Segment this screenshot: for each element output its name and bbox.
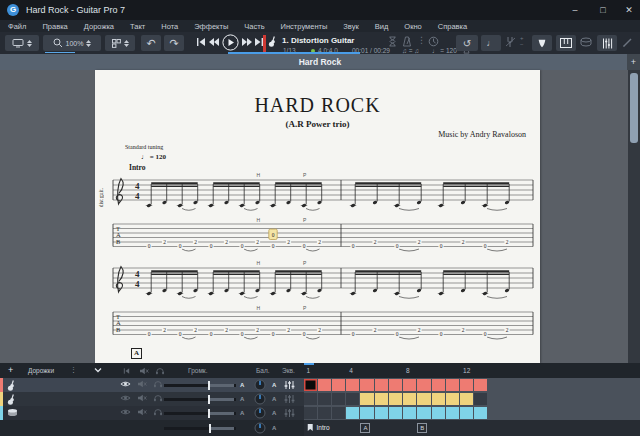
notation-system-1[interactable]: 44TABHHPP020202020202002020202 bbox=[101, 172, 536, 260]
track-row-1[interactable]: AA bbox=[0, 378, 640, 392]
more-options-icon[interactable]: ⋮ bbox=[417, 35, 426, 45]
track-bar-cells[interactable] bbox=[304, 378, 640, 392]
balance-knob[interactable] bbox=[254, 407, 266, 419]
master-settings-row[interactable]: AIntroAB bbox=[0, 420, 640, 436]
zoom-control[interactable]: 100% bbox=[43, 35, 101, 51]
eq-button[interactable] bbox=[284, 394, 295, 404]
menu-item-1[interactable]: Правка bbox=[34, 22, 75, 31]
track-solo-headphones-icon[interactable] bbox=[153, 394, 163, 402]
timeline-cell-bar-13[interactable] bbox=[474, 379, 487, 391]
track-mute-icon[interactable] bbox=[137, 408, 147, 416]
timeline-cell-bar-4[interactable] bbox=[346, 379, 359, 391]
timeline-cell-bar-1[interactable] bbox=[304, 393, 317, 405]
layout-button[interactable] bbox=[105, 35, 135, 51]
timeline-cell-bar-12[interactable] bbox=[460, 393, 473, 405]
timeline-cell-bar-5[interactable] bbox=[360, 379, 373, 391]
balance-knob[interactable] bbox=[254, 379, 266, 391]
track-bar-cells[interactable] bbox=[304, 392, 640, 406]
close-button[interactable]: ✕ bbox=[616, 0, 640, 20]
timeline-cell-bar-9[interactable] bbox=[417, 407, 430, 419]
track-solo-headphones-icon[interactable] bbox=[153, 380, 163, 388]
timeline-cell-bar-10[interactable] bbox=[432, 379, 445, 391]
timeline-cell-bar-2[interactable] bbox=[318, 407, 331, 419]
maximize-button[interactable]: □ bbox=[590, 0, 616, 20]
balance-automation-letter[interactable]: A bbox=[272, 396, 276, 402]
master-automation-letter[interactable]: A bbox=[272, 425, 276, 431]
timeline-cell-bar-5[interactable] bbox=[360, 393, 373, 405]
eq-button[interactable] bbox=[284, 408, 295, 418]
balance-knob[interactable] bbox=[254, 393, 266, 405]
timeline-cell-bar-6[interactable] bbox=[375, 407, 388, 419]
tuning-fork-icon[interactable] bbox=[505, 36, 516, 48]
track-row-3[interactable]: AA bbox=[0, 406, 640, 420]
track-row-2[interactable]: AA bbox=[0, 392, 640, 406]
volume-automation-letter[interactable]: A bbox=[240, 382, 244, 388]
section-marker-B[interactable]: B bbox=[417, 423, 427, 433]
timeline-cell-bar-9[interactable] bbox=[417, 393, 430, 405]
bar-number[interactable]: 8 bbox=[406, 367, 410, 374]
timeline-cell-bar-11[interactable] bbox=[446, 393, 459, 405]
timeline-cell-bar-3[interactable] bbox=[332, 379, 345, 391]
volume-slider-thumb[interactable] bbox=[208, 395, 210, 404]
loop-button[interactable]: ↺ bbox=[456, 35, 478, 51]
timeline-cell-bar-5[interactable] bbox=[360, 407, 373, 419]
add-tab-button[interactable]: + bbox=[627, 54, 640, 70]
notation-system-2[interactable]: 44TABHHPP02020202020202020202 bbox=[101, 260, 536, 348]
timeline-cell-bar-4[interactable] bbox=[346, 393, 359, 405]
timeline-cell-bar-13[interactable] bbox=[474, 407, 487, 419]
volume-automation-letter[interactable]: A bbox=[240, 396, 244, 402]
layout-spinner[interactable] bbox=[124, 40, 129, 47]
track-solo-headphones-icon[interactable] bbox=[153, 408, 163, 416]
skip-start-button[interactable] bbox=[196, 36, 206, 48]
tempo-stepper[interactable]: +− bbox=[520, 36, 524, 46]
view-mode-button[interactable] bbox=[5, 35, 39, 51]
edit-pen-icon[interactable] bbox=[622, 37, 633, 48]
bar-number[interactable]: 4 bbox=[349, 367, 353, 374]
menu-item-10[interactable]: Окно bbox=[396, 22, 429, 31]
timeline-cell-bar-6[interactable] bbox=[375, 393, 388, 405]
track-bar-cells[interactable] bbox=[304, 406, 640, 420]
timeline-cell-bar-2[interactable] bbox=[318, 393, 331, 405]
redo-button[interactable]: ↷ bbox=[164, 35, 184, 51]
timeline-cell-bar-11[interactable] bbox=[446, 407, 459, 419]
timeline-cell-bar-11[interactable] bbox=[446, 379, 459, 391]
bar-number[interactable]: 1 bbox=[307, 367, 311, 374]
menu-item-11[interactable]: Справка bbox=[430, 22, 475, 31]
timeline-cell-bar-7[interactable] bbox=[389, 379, 402, 391]
timeline-cell-bar-9[interactable] bbox=[417, 379, 430, 391]
menu-item-4[interactable]: Нота bbox=[153, 22, 186, 31]
view-mode-spinner[interactable] bbox=[27, 40, 32, 47]
menu-item-5[interactable]: Эффекты bbox=[186, 22, 236, 31]
undo-button[interactable]: ↶ bbox=[141, 35, 161, 51]
master-volume-thumb[interactable] bbox=[209, 424, 211, 433]
menu-item-0[interactable]: Файл bbox=[0, 22, 34, 31]
timeline-cell-bar-3[interactable] bbox=[332, 407, 345, 419]
strings-view-button[interactable] bbox=[597, 35, 617, 51]
track-mute-icon[interactable] bbox=[137, 394, 147, 402]
timeline-cell-bar-3[interactable] bbox=[332, 393, 345, 405]
zoom-spinner[interactable] bbox=[86, 40, 91, 47]
timeline-cell-bar-2[interactable] bbox=[318, 379, 331, 391]
bar-number[interactable]: 12 bbox=[463, 367, 470, 374]
master-balance-knob[interactable] bbox=[254, 422, 266, 434]
play-button[interactable] bbox=[222, 34, 239, 51]
timeline-cell-bar-4[interactable] bbox=[346, 407, 359, 419]
bar-number-ruler[interactable]: 14812 bbox=[0, 363, 640, 378]
menu-item-9[interactable]: Вид bbox=[367, 22, 397, 31]
balance-automation-letter[interactable]: A bbox=[272, 410, 276, 416]
timeline-cell-bar-13[interactable] bbox=[474, 393, 487, 405]
menu-item-2[interactable]: Дорожка bbox=[76, 22, 122, 31]
forward-button[interactable] bbox=[241, 36, 253, 48]
minimize-button[interactable]: – bbox=[562, 0, 588, 20]
swing-setting[interactable]: ♫ = ♫ bbox=[402, 47, 419, 54]
timeline-cell-bar-1[interactable] bbox=[304, 407, 317, 419]
track-visibility-eye-icon[interactable] bbox=[120, 394, 131, 402]
track-mute-icon[interactable] bbox=[137, 380, 147, 388]
timeline-cell-bar-7[interactable] bbox=[389, 393, 402, 405]
track-visibility-eye-icon[interactable] bbox=[120, 408, 131, 416]
menu-item-7[interactable]: Инструменты bbox=[273, 22, 336, 31]
menu-item-8[interactable]: Звук bbox=[335, 22, 366, 31]
note-duration-button[interactable]: ♩ bbox=[481, 35, 501, 51]
fretboard-view-button[interactable] bbox=[532, 35, 552, 51]
marker-lane[interactable]: IntroAB bbox=[304, 420, 640, 436]
